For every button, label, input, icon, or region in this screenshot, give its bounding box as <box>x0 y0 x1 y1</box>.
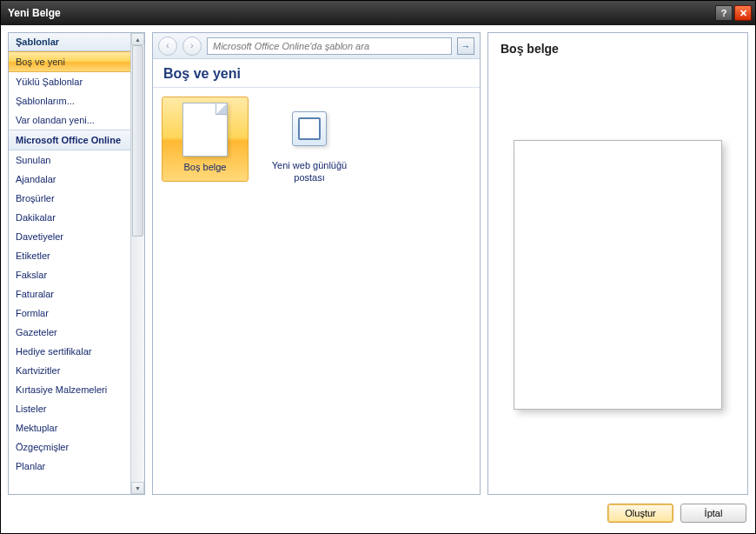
search-box <box>207 37 452 55</box>
preview-title: Boş belge <box>501 42 735 56</box>
category-heading: Boş ve yeni <box>153 59 480 88</box>
sidebar-list: Şablonlar Boş ve yeniYüklü ŞablonlarŞabl… <box>9 33 130 494</box>
search-input[interactable] <box>208 41 451 51</box>
scroll-up-icon[interactable]: ▲ <box>131 33 144 45</box>
sidebar-item[interactable]: Hediye sertifikalar <box>9 342 130 361</box>
blog-post-icon <box>292 111 327 146</box>
create-button[interactable]: Oluştur <box>607 504 673 523</box>
sidebar-item[interactable]: Fakslar <box>9 265 130 284</box>
sidebar-item[interactable]: Broşürler <box>9 189 130 208</box>
template-label: Boş belge <box>166 162 244 174</box>
template-item[interactable]: Yeni web günlüğü postası <box>266 97 353 192</box>
dialog-footer: Oluştur İptal <box>8 500 748 526</box>
sidebar-item[interactable]: Davetiyeler <box>9 227 130 246</box>
nav-back-button[interactable]: ‹ <box>158 37 177 56</box>
new-document-dialog: Yeni Belge ? ✕ Şablonlar Boş ve yeniYükl… <box>0 0 756 534</box>
scrollbar[interactable]: ▲ ▼ <box>130 33 144 494</box>
sidebar-item[interactable]: Özgeçmişler <box>9 437 130 457</box>
template-pane: ‹ › → Boş ve yeni Boş belgeYeni web günl… <box>152 32 481 495</box>
nav-forward-button[interactable]: › <box>182 37 202 56</box>
sidebar-item[interactable]: Dakikalar <box>9 208 130 227</box>
sidebar-item[interactable]: Yüklü Şablonlar <box>9 72 130 91</box>
sidebar-item[interactable]: Mektuplar <box>9 418 130 437</box>
scroll-down-icon[interactable]: ▼ <box>131 482 144 494</box>
chevron-left-icon: ‹ <box>166 41 169 50</box>
sidebar-item[interactable]: Boş ve yeni <box>9 51 130 72</box>
sidebar-header: Şablonlar <box>9 33 130 51</box>
sidebar-item[interactable]: Var olandan yeni... <box>9 110 130 130</box>
sidebar-item[interactable]: Şablonlarım... <box>9 91 130 110</box>
sidebar-item[interactable]: Gazeteler <box>9 323 130 342</box>
search-go-button[interactable]: → <box>457 37 474 55</box>
template-list: Boş belgeYeni web günlüğü postası <box>153 88 480 494</box>
help-icon: ? <box>721 8 727 18</box>
sidebar-item[interactable]: Planlar <box>9 457 130 476</box>
close-button[interactable]: ✕ <box>734 5 752 21</box>
sidebar-item[interactable]: Listeler <box>9 399 130 418</box>
preview-pane: Boş belge <box>487 32 748 495</box>
sidebar-item[interactable]: Kırtasiye Malzemeleri <box>9 380 130 399</box>
cancel-button[interactable]: İptal <box>680 504 746 523</box>
blank-document-icon <box>182 103 228 157</box>
search-toolbar: ‹ › → <box>153 33 480 59</box>
sidebar-item[interactable]: Formlar <box>9 304 130 323</box>
template-label: Yeni web günlüğü postası <box>270 160 348 184</box>
template-item[interactable]: Boş belge <box>162 97 249 182</box>
sidebar-item[interactable]: Sunulan <box>9 150 130 170</box>
sidebar-item[interactable]: Ajandalar <box>9 170 130 189</box>
window-body: Şablonlar Boş ve yeniYüklü ŞablonlarŞabl… <box>1 25 755 533</box>
chevron-right-icon: › <box>190 41 193 50</box>
preview-area <box>501 64 735 485</box>
preview-page <box>514 140 722 410</box>
help-button[interactable]: ? <box>715 5 733 21</box>
sidebar-item[interactable]: Microsoft Office Online <box>9 130 130 150</box>
sidebar-item[interactable]: Etiketler <box>9 246 130 265</box>
window-title: Yeni Belge <box>8 7 715 19</box>
main-area: Şablonlar Boş ve yeniYüklü ŞablonlarŞabl… <box>8 32 748 495</box>
sidebar-item[interactable]: Kartvizitler <box>9 361 130 380</box>
close-icon: ✕ <box>739 8 747 19</box>
titlebar-buttons: ? ✕ <box>715 5 752 21</box>
arrow-right-icon: → <box>461 41 471 51</box>
sidebar: Şablonlar Boş ve yeniYüklü ŞablonlarŞabl… <box>8 32 145 495</box>
sidebar-item[interactable]: Faturalar <box>9 284 130 304</box>
scroll-thumb[interactable] <box>132 45 143 237</box>
titlebar: Yeni Belge ? ✕ <box>1 1 755 25</box>
